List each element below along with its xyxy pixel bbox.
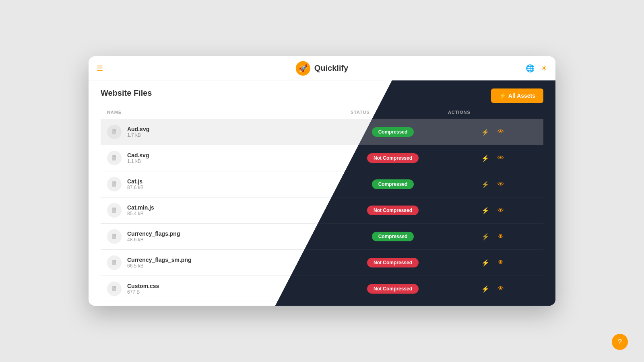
file-info: Aud.svg 1.7 kB xyxy=(107,125,338,139)
compress-icon[interactable]: ⚡ xyxy=(481,285,489,293)
col-header-actions: ACTIONS xyxy=(442,106,543,119)
table-row: Cat.js 87.6 kB Compressed ⚡ 👁 xyxy=(101,171,543,197)
svg-rect-2 xyxy=(112,181,116,187)
table-row: Currency_flags_sm.png 66.5 kB Not Compre… xyxy=(101,250,543,276)
status-badge: Not Compressed xyxy=(367,258,419,267)
view-icon[interactable]: 👁 xyxy=(497,181,504,188)
page-title: Website Files xyxy=(101,88,543,98)
file-info: Custom.css 677 B xyxy=(107,282,338,296)
table-row: Cad.svg 1.1 kB Not Compressed ⚡ 👁 xyxy=(101,145,543,171)
inner-content: Website Files ⚡ All Assets NAME STATUS A… xyxy=(89,80,555,306)
svg-rect-6 xyxy=(112,286,116,291)
file-icon xyxy=(107,282,122,296)
table-row: Custom.css 677 B Not Compressed ⚡ 👁 xyxy=(101,276,543,302)
globe-icon[interactable]: 🌐 xyxy=(526,64,535,73)
all-assets-label: All Assets xyxy=(508,93,535,99)
table-row: Cat.min.js 85.4 kB Not Compressed ⚡ 👁 xyxy=(101,197,543,224)
view-icon[interactable]: 👁 xyxy=(497,259,504,266)
col-header-status: STATUS xyxy=(344,106,442,119)
file-name: Cad.svg xyxy=(127,152,149,159)
all-assets-button[interactable]: ⚡ All Assets xyxy=(491,88,543,103)
logo-icon: 🚀 xyxy=(296,61,310,76)
file-name: Aud.svg xyxy=(127,126,149,133)
file-icon xyxy=(107,255,122,270)
file-size: 66.5 kB xyxy=(127,263,192,269)
main-area: Website Files ⚡ All Assets NAME STATUS A… xyxy=(89,80,555,306)
file-size: 1.1 kB xyxy=(127,158,149,164)
action-icons: ⚡ 👁 xyxy=(448,285,537,293)
file-name: Currency_flags_sm.png xyxy=(127,257,192,263)
header-left: ☰ xyxy=(97,64,103,73)
action-icons: ⚡ 👁 xyxy=(448,233,537,241)
file-info: Cad.svg 1.1 kB xyxy=(107,151,338,165)
svg-rect-4 xyxy=(112,234,116,239)
status-badge: Compressed xyxy=(372,127,414,137)
file-info: Cat.min.js 85.4 kB xyxy=(107,203,338,218)
action-icons: ⚡ 👁 xyxy=(448,207,537,214)
view-icon[interactable]: 👁 xyxy=(497,128,504,136)
file-info: Currency_flags_sm.png 66.5 kB xyxy=(107,255,338,270)
status-badge: Compressed xyxy=(372,232,414,241)
file-size: 87.6 kB xyxy=(127,185,144,190)
file-info: Cat.js 87.6 kB xyxy=(107,177,338,191)
file-icon xyxy=(107,151,122,165)
svg-rect-1 xyxy=(112,155,116,160)
file-icon xyxy=(107,125,122,139)
action-icons: ⚡ 👁 xyxy=(448,154,537,162)
svg-rect-0 xyxy=(112,129,116,134)
compress-icon[interactable]: ⚡ xyxy=(481,259,489,267)
file-size: 1.7 kB xyxy=(127,132,149,138)
col-header-name: NAME xyxy=(101,106,344,119)
file-icon xyxy=(107,229,122,244)
compress-icon[interactable]: ⚡ xyxy=(481,207,489,214)
compress-icon[interactable]: ⚡ xyxy=(481,181,489,188)
file-table-container: NAME STATUS ACTIONS Aud.svg 1.7 xyxy=(101,106,543,302)
action-icons: ⚡ 👁 xyxy=(448,181,537,188)
svg-rect-3 xyxy=(112,208,116,213)
view-icon[interactable]: 👁 xyxy=(497,154,504,162)
file-table: NAME STATUS ACTIONS Aud.svg 1.7 xyxy=(101,106,543,302)
header-right: 🌐 ☀ xyxy=(526,64,547,73)
header-center: 🚀 Quicklify xyxy=(296,61,348,76)
file-name: Currency_flags.png xyxy=(127,230,180,237)
compress-icon[interactable]: ⚡ xyxy=(481,154,489,162)
content-wrapper: Website Files ⚡ All Assets NAME STATUS A… xyxy=(89,80,555,306)
view-icon[interactable]: 👁 xyxy=(497,285,504,292)
view-icon[interactable]: 👁 xyxy=(497,233,504,240)
file-name: Cat.min.js xyxy=(127,204,154,211)
app-title: Quicklify xyxy=(314,64,348,73)
file-size: 85.4 kB xyxy=(127,211,154,216)
file-size: 48.6 kB xyxy=(127,237,180,243)
status-badge: Not Compressed xyxy=(367,284,419,294)
svg-rect-5 xyxy=(112,260,116,265)
view-icon[interactable]: 👁 xyxy=(497,207,504,214)
app-window: ☰ 🚀 Quicklify 🌐 ☀ Website Files ⚡ All As… xyxy=(89,56,555,306)
file-name: Custom.css xyxy=(127,283,159,290)
action-icons: ⚡ 👁 xyxy=(448,259,537,267)
file-name: Cat.js xyxy=(127,178,144,185)
compress-icon[interactable]: ⚡ xyxy=(481,128,489,136)
status-badge: Compressed xyxy=(372,179,414,189)
action-icons: ⚡ 👁 xyxy=(448,128,537,136)
file-info: Currency_flags.png 48.6 kB xyxy=(107,229,338,244)
table-row: Aud.svg 1.7 kB Compressed ⚡ 👁 xyxy=(101,119,543,145)
file-icon xyxy=(107,177,122,191)
header: ☰ 🚀 Quicklify 🌐 ☀ xyxy=(89,56,555,80)
file-icon xyxy=(107,203,122,218)
file-size: 677 B xyxy=(127,289,159,295)
table-row: Currency_flags.png 48.6 kB Compressed ⚡ … xyxy=(101,224,543,250)
menu-icon[interactable]: ☰ xyxy=(97,64,103,73)
compress-icon[interactable]: ⚡ xyxy=(481,233,489,241)
table-header-row: NAME STATUS ACTIONS xyxy=(101,106,543,119)
status-badge: Not Compressed xyxy=(367,153,419,163)
bolt-icon: ⚡ xyxy=(499,93,506,99)
status-badge: Not Compressed xyxy=(367,206,419,215)
sun-icon[interactable]: ☀ xyxy=(541,64,547,73)
